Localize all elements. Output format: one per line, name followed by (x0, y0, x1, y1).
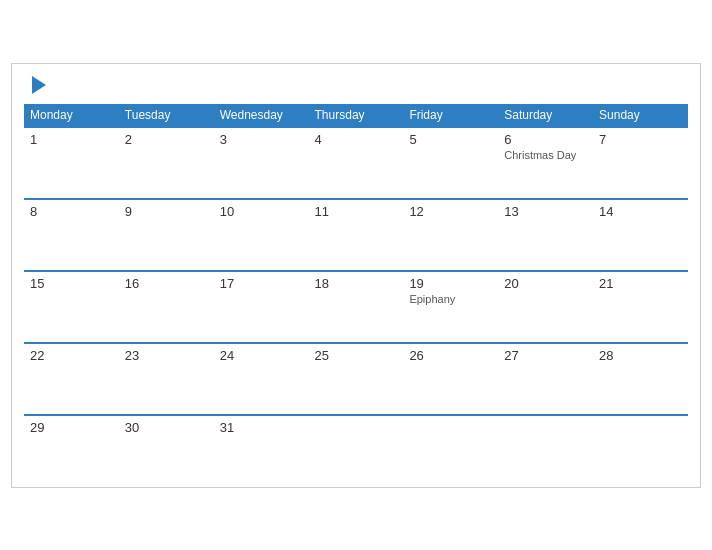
day-number: 7 (599, 132, 682, 147)
day-number: 5 (409, 132, 492, 147)
day-number: 23 (125, 348, 208, 363)
calendar-cell: 9 (119, 199, 214, 271)
day-number: 9 (125, 204, 208, 219)
day-number: 15 (30, 276, 113, 291)
calendar-cell: 2 (119, 127, 214, 199)
week-row-1: 123456Christmas Day7 (24, 127, 688, 199)
week-row-3: 1516171819Epiphany2021 (24, 271, 688, 343)
calendar-grid: MondayTuesdayWednesdayThursdayFridaySatu… (24, 104, 688, 475)
week-row-2: 891011121314 (24, 199, 688, 271)
weekday-header-sunday: Sunday (593, 104, 688, 127)
calendar-cell: 11 (309, 199, 404, 271)
weekday-header-saturday: Saturday (498, 104, 593, 127)
day-number: 27 (504, 348, 587, 363)
calendar-cell: 8 (24, 199, 119, 271)
logo (24, 74, 48, 96)
day-number: 21 (599, 276, 682, 291)
day-number: 24 (220, 348, 303, 363)
calendar-cell: 24 (214, 343, 309, 415)
calendar-cell: 31 (214, 415, 309, 475)
calendar-cell: 15 (24, 271, 119, 343)
day-number: 1 (30, 132, 113, 147)
calendar-cell: 25 (309, 343, 404, 415)
calendar-cell: 18 (309, 271, 404, 343)
day-number: 8 (30, 204, 113, 219)
weekday-header-friday: Friday (403, 104, 498, 127)
day-number: 18 (315, 276, 398, 291)
holiday-label: Christmas Day (504, 149, 587, 161)
day-number: 6 (504, 132, 587, 147)
calendar-cell: 19Epiphany (403, 271, 498, 343)
calendar-cell: 16 (119, 271, 214, 343)
calendar-cell (498, 415, 593, 475)
day-number: 16 (125, 276, 208, 291)
day-number: 4 (315, 132, 398, 147)
week-row-4: 22232425262728 (24, 343, 688, 415)
day-number: 25 (315, 348, 398, 363)
calendar-cell: 22 (24, 343, 119, 415)
calendar-cell: 26 (403, 343, 498, 415)
calendar-cell: 5 (403, 127, 498, 199)
day-number: 14 (599, 204, 682, 219)
svg-marker-0 (32, 76, 46, 94)
calendar-cell: 7 (593, 127, 688, 199)
weekday-header-wednesday: Wednesday (214, 104, 309, 127)
calendar-cell (309, 415, 404, 475)
logo-flag-icon (26, 74, 48, 96)
calendar-cell: 23 (119, 343, 214, 415)
calendar-cell: 30 (119, 415, 214, 475)
day-number: 20 (504, 276, 587, 291)
day-number: 11 (315, 204, 398, 219)
day-number: 26 (409, 348, 492, 363)
calendar-cell (593, 415, 688, 475)
day-number: 17 (220, 276, 303, 291)
day-number: 30 (125, 420, 208, 435)
day-number: 10 (220, 204, 303, 219)
calendar-cell: 10 (214, 199, 309, 271)
calendar-cell: 27 (498, 343, 593, 415)
day-number: 19 (409, 276, 492, 291)
calendar-header (24, 74, 688, 96)
weekday-header-row: MondayTuesdayWednesdayThursdayFridaySatu… (24, 104, 688, 127)
day-number: 13 (504, 204, 587, 219)
day-number: 31 (220, 420, 303, 435)
day-number: 2 (125, 132, 208, 147)
weekday-header-monday: Monday (24, 104, 119, 127)
day-number: 28 (599, 348, 682, 363)
day-number: 12 (409, 204, 492, 219)
calendar-cell: 6Christmas Day (498, 127, 593, 199)
holiday-label: Epiphany (409, 293, 492, 305)
calendar-cell: 12 (403, 199, 498, 271)
calendar-container: MondayTuesdayWednesdayThursdayFridaySatu… (11, 63, 701, 488)
week-row-5: 293031 (24, 415, 688, 475)
calendar-cell: 17 (214, 271, 309, 343)
calendar-cell: 4 (309, 127, 404, 199)
day-number: 3 (220, 132, 303, 147)
calendar-cell: 20 (498, 271, 593, 343)
calendar-cell: 1 (24, 127, 119, 199)
weekday-header-tuesday: Tuesday (119, 104, 214, 127)
day-number: 29 (30, 420, 113, 435)
calendar-cell: 14 (593, 199, 688, 271)
weekday-header-thursday: Thursday (309, 104, 404, 127)
calendar-cell (403, 415, 498, 475)
calendar-cell: 13 (498, 199, 593, 271)
calendar-cell: 21 (593, 271, 688, 343)
day-number: 22 (30, 348, 113, 363)
calendar-cell: 28 (593, 343, 688, 415)
calendar-cell: 3 (214, 127, 309, 199)
calendar-cell: 29 (24, 415, 119, 475)
